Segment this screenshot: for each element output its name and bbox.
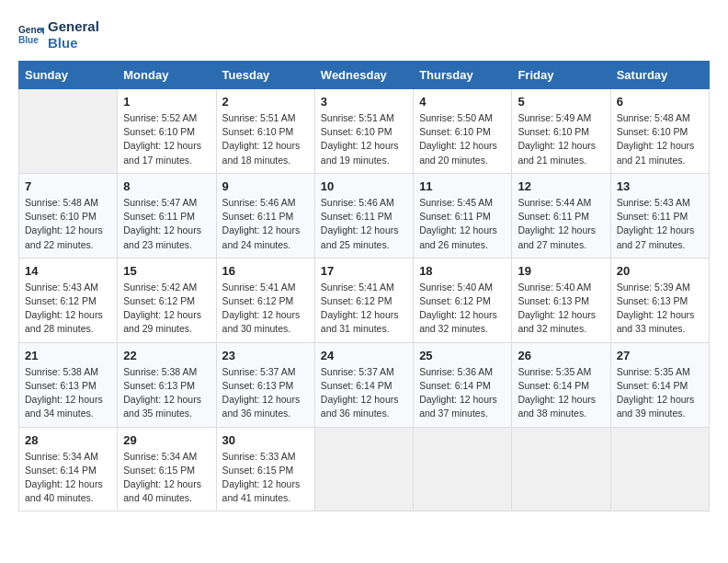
day-info: Sunrise: 5:40 AM Sunset: 6:12 PM Dayligh…	[419, 281, 506, 337]
day-number: 2	[222, 95, 309, 109]
day-number: 19	[518, 264, 604, 278]
day-number: 14	[25, 264, 111, 278]
calendar-cell: 4Sunrise: 5:50 AM Sunset: 6:10 PM Daylig…	[414, 89, 512, 174]
weekday-header-tuesday: Tuesday	[216, 62, 314, 89]
weekday-header-wednesday: Wednesday	[314, 62, 413, 89]
day-number: 11	[419, 179, 506, 193]
calendar-cell: 29Sunrise: 5:34 AM Sunset: 6:15 PM Dayli…	[118, 427, 216, 511]
day-number: 25	[419, 349, 506, 362]
day-number: 4	[419, 95, 506, 109]
calendar-cell: 9Sunrise: 5:46 AM Sunset: 6:11 PM Daylig…	[216, 173, 314, 258]
calendar-cell: 5Sunrise: 5:49 AM Sunset: 6:10 PM Daylig…	[512, 89, 610, 174]
calendar-cell: 15Sunrise: 5:42 AM Sunset: 6:12 PM Dayli…	[118, 258, 216, 342]
calendar-cell: 28Sunrise: 5:34 AM Sunset: 6:14 PM Dayli…	[19, 427, 118, 511]
calendar-cell: 16Sunrise: 5:41 AM Sunset: 6:12 PM Dayli…	[216, 258, 314, 342]
logo: General Blue General Blue	[18, 18, 99, 52]
day-number: 28	[25, 433, 111, 447]
calendar-cell: 11Sunrise: 5:45 AM Sunset: 6:11 PM Dayli…	[414, 173, 512, 258]
weekday-header-saturday: Saturday	[610, 62, 709, 89]
calendar-cell: 13Sunrise: 5:43 AM Sunset: 6:11 PM Dayli…	[610, 173, 709, 258]
day-info: Sunrise: 5:43 AM Sunset: 6:12 PM Dayligh…	[25, 281, 111, 337]
day-number: 7	[25, 179, 111, 193]
calendar-cell: 21Sunrise: 5:38 AM Sunset: 6:13 PM Dayli…	[19, 342, 118, 427]
logo-text-line2: Blue	[48, 35, 99, 52]
day-number: 12	[518, 179, 604, 193]
calendar-cell: 14Sunrise: 5:43 AM Sunset: 6:12 PM Dayli…	[19, 258, 118, 342]
calendar-cell	[512, 427, 610, 511]
calendar-cell: 12Sunrise: 5:44 AM Sunset: 6:11 PM Dayli…	[512, 173, 610, 258]
day-info: Sunrise: 5:38 AM Sunset: 6:13 PM Dayligh…	[25, 365, 111, 421]
calendar-cell: 6Sunrise: 5:48 AM Sunset: 6:10 PM Daylig…	[610, 89, 709, 174]
day-number: 30	[222, 433, 309, 447]
day-number: 23	[222, 349, 309, 362]
day-info: Sunrise: 5:38 AM Sunset: 6:13 PM Dayligh…	[123, 365, 210, 421]
weekday-header-thursday: Thursday	[414, 62, 512, 89]
day-info: Sunrise: 5:46 AM Sunset: 6:11 PM Dayligh…	[321, 196, 407, 252]
day-info: Sunrise: 5:41 AM Sunset: 6:12 PM Dayligh…	[321, 281, 407, 337]
calendar-week-row: 1Sunrise: 5:52 AM Sunset: 6:10 PM Daylig…	[19, 89, 710, 174]
day-info: Sunrise: 5:34 AM Sunset: 6:14 PM Dayligh…	[25, 450, 111, 506]
day-info: Sunrise: 5:42 AM Sunset: 6:12 PM Dayligh…	[123, 281, 210, 337]
calendar-cell	[414, 427, 512, 511]
day-number: 22	[123, 349, 210, 362]
day-info: Sunrise: 5:34 AM Sunset: 6:15 PM Dayligh…	[123, 450, 210, 506]
calendar-table: SundayMondayTuesdayWednesdayThursdayFrid…	[18, 61, 710, 511]
day-info: Sunrise: 5:35 AM Sunset: 6:14 PM Dayligh…	[617, 365, 703, 421]
calendar-cell: 17Sunrise: 5:41 AM Sunset: 6:12 PM Dayli…	[314, 258, 413, 342]
calendar-cell	[314, 427, 413, 511]
logo-icon: General Blue	[18, 22, 44, 48]
day-info: Sunrise: 5:37 AM Sunset: 6:13 PM Dayligh…	[222, 365, 309, 421]
day-info: Sunrise: 5:50 AM Sunset: 6:10 PM Dayligh…	[419, 111, 506, 167]
calendar-cell: 26Sunrise: 5:35 AM Sunset: 6:14 PM Dayli…	[512, 342, 610, 427]
day-number: 17	[321, 264, 407, 278]
weekday-header-row: SundayMondayTuesdayWednesdayThursdayFrid…	[19, 62, 710, 89]
weekday-header-sunday: Sunday	[19, 62, 118, 89]
day-number: 6	[617, 95, 703, 109]
calendar-cell: 30Sunrise: 5:33 AM Sunset: 6:15 PM Dayli…	[216, 427, 314, 511]
calendar-body: 1Sunrise: 5:52 AM Sunset: 6:10 PM Daylig…	[19, 89, 710, 511]
calendar-cell: 18Sunrise: 5:40 AM Sunset: 6:12 PM Dayli…	[414, 258, 512, 342]
day-info: Sunrise: 5:46 AM Sunset: 6:11 PM Dayligh…	[222, 196, 309, 252]
day-number: 29	[123, 433, 210, 447]
day-number: 1	[123, 95, 210, 109]
day-info: Sunrise: 5:49 AM Sunset: 6:10 PM Dayligh…	[518, 111, 604, 167]
logo-text-line1: General	[48, 18, 99, 35]
calendar-cell: 7Sunrise: 5:48 AM Sunset: 6:10 PM Daylig…	[19, 173, 118, 258]
day-info: Sunrise: 5:52 AM Sunset: 6:10 PM Dayligh…	[123, 111, 210, 167]
calendar-cell: 22Sunrise: 5:38 AM Sunset: 6:13 PM Dayli…	[118, 342, 216, 427]
day-info: Sunrise: 5:35 AM Sunset: 6:14 PM Dayligh…	[518, 365, 604, 421]
day-number: 16	[222, 264, 309, 278]
day-info: Sunrise: 5:37 AM Sunset: 6:14 PM Dayligh…	[321, 365, 407, 421]
calendar-cell: 19Sunrise: 5:40 AM Sunset: 6:13 PM Dayli…	[512, 258, 610, 342]
calendar-cell: 10Sunrise: 5:46 AM Sunset: 6:11 PM Dayli…	[314, 173, 413, 258]
weekday-header-monday: Monday	[118, 62, 216, 89]
svg-text:Blue: Blue	[18, 35, 39, 45]
day-info: Sunrise: 5:40 AM Sunset: 6:13 PM Dayligh…	[518, 281, 604, 337]
day-number: 3	[321, 95, 407, 109]
day-number: 24	[321, 349, 407, 362]
calendar-week-row: 28Sunrise: 5:34 AM Sunset: 6:14 PM Dayli…	[19, 427, 710, 511]
calendar-cell: 24Sunrise: 5:37 AM Sunset: 6:14 PM Dayli…	[314, 342, 413, 427]
day-info: Sunrise: 5:41 AM Sunset: 6:12 PM Dayligh…	[222, 281, 309, 337]
day-info: Sunrise: 5:45 AM Sunset: 6:11 PM Dayligh…	[419, 196, 506, 252]
day-info: Sunrise: 5:43 AM Sunset: 6:11 PM Dayligh…	[617, 196, 703, 252]
day-info: Sunrise: 5:51 AM Sunset: 6:10 PM Dayligh…	[321, 111, 407, 167]
day-number: 20	[617, 264, 703, 278]
calendar-week-row: 14Sunrise: 5:43 AM Sunset: 6:12 PM Dayli…	[19, 258, 710, 342]
calendar-cell: 3Sunrise: 5:51 AM Sunset: 6:10 PM Daylig…	[314, 89, 413, 174]
calendar-cell: 1Sunrise: 5:52 AM Sunset: 6:10 PM Daylig…	[118, 89, 216, 174]
day-number: 27	[617, 349, 703, 362]
day-info: Sunrise: 5:47 AM Sunset: 6:11 PM Dayligh…	[123, 196, 210, 252]
calendar-cell: 23Sunrise: 5:37 AM Sunset: 6:13 PM Dayli…	[216, 342, 314, 427]
day-number: 9	[222, 179, 309, 193]
day-number: 8	[123, 179, 210, 193]
day-number: 18	[419, 264, 506, 278]
calendar-cell: 20Sunrise: 5:39 AM Sunset: 6:13 PM Dayli…	[610, 258, 709, 342]
day-number: 10	[321, 179, 407, 193]
calendar-cell: 25Sunrise: 5:36 AM Sunset: 6:14 PM Dayli…	[414, 342, 512, 427]
day-number: 13	[617, 179, 703, 193]
calendar-cell	[610, 427, 709, 511]
calendar-week-row: 21Sunrise: 5:38 AM Sunset: 6:13 PM Dayli…	[19, 342, 710, 427]
day-info: Sunrise: 5:48 AM Sunset: 6:10 PM Dayligh…	[25, 196, 111, 252]
day-info: Sunrise: 5:48 AM Sunset: 6:10 PM Dayligh…	[617, 111, 703, 167]
